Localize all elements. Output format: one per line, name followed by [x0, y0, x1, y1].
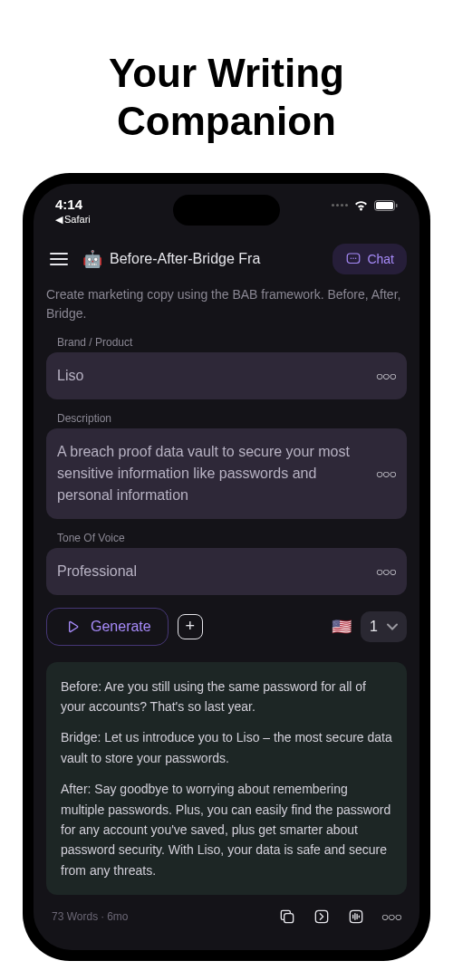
count-selector[interactable]: 1	[361, 611, 407, 642]
chat-button[interactable]: Chat	[333, 244, 407, 274]
chat-icon	[345, 251, 361, 267]
app-title-text: Before-After-Bridge Fra	[110, 251, 260, 267]
svg-point-5	[353, 257, 355, 259]
status-right	[332, 200, 398, 211]
description-label: Description	[46, 412, 407, 425]
play-icon	[63, 618, 82, 636]
svg-rect-8	[315, 910, 327, 922]
phone-notch	[173, 195, 280, 226]
output-card: Before: Are you still using the same pas…	[46, 662, 407, 896]
phone-frame: 4:14 ◀ Safari	[23, 173, 430, 961]
output-after: After: Say goodbye to worrying about rem…	[61, 779, 392, 880]
share-button[interactable]	[313, 908, 331, 926]
phone-screen: 4:14 ◀ Safari	[34, 184, 419, 950]
chat-button-label: Chat	[367, 252, 394, 266]
audio-button[interactable]	[347, 908, 365, 926]
svg-rect-7	[284, 914, 293, 923]
output-before: Before: Are you still using the same pas…	[61, 677, 392, 717]
tone-input[interactable]: Professional ○○○	[46, 548, 407, 595]
chevron-down-icon	[387, 623, 398, 630]
generate-button[interactable]: Generate	[46, 608, 169, 646]
svg-rect-1	[376, 202, 393, 209]
count-value: 1	[370, 619, 378, 635]
copy-button[interactable]	[278, 908, 296, 926]
content-area: Create marketing copy using the BAB fram…	[34, 285, 419, 927]
tone-label: Tone Of Voice	[46, 532, 407, 544]
action-row: Generate + 🇺🇸 1	[46, 608, 407, 646]
back-to-safari[interactable]: ◀ Safari	[55, 214, 91, 226]
plus-icon: +	[185, 617, 195, 636]
svg-point-6	[355, 257, 357, 259]
svg-rect-2	[396, 204, 398, 207]
battery-icon	[374, 200, 398, 211]
tone-value: Professional	[57, 561, 376, 582]
wifi-icon	[353, 200, 369, 211]
brand-input[interactable]: Liso ○○○	[46, 352, 407, 399]
page-headline: Your Writing Companion	[0, 0, 453, 173]
menu-button[interactable]	[46, 249, 72, 269]
description-more-icon[interactable]: ○○○	[376, 466, 396, 481]
output-footer: 73 Words · 6mo ○○○	[46, 895, 407, 926]
signal-dots-icon	[332, 204, 348, 207]
status-left: 4:14 ◀ Safari	[55, 197, 91, 226]
status-time: 4:14	[55, 197, 91, 212]
app-title: 🤖 Before-After-Bridge Fra	[82, 249, 322, 269]
brand-more-icon[interactable]: ○○○	[376, 369, 396, 383]
generate-label: Generate	[91, 619, 151, 635]
output-bridge: Bridge: Let us introduce you to Liso – t…	[61, 727, 392, 768]
svg-rect-9	[350, 910, 361, 922]
svg-point-4	[351, 257, 352, 259]
output-actions: ○○○	[278, 908, 401, 926]
intro-text: Create marketing copy using the BAB fram…	[46, 285, 407, 323]
description-input[interactable]: A breach proof data vault to secure your…	[46, 428, 407, 519]
brand-value: Liso	[57, 365, 376, 387]
description-value: A breach proof data vault to secure your…	[57, 441, 376, 506]
tone-more-icon[interactable]: ○○○	[376, 564, 396, 579]
output-meta: 73 Words · 6mo	[52, 910, 128, 923]
robot-icon: 🤖	[82, 249, 102, 269]
language-flag-icon[interactable]: 🇺🇸	[332, 617, 352, 637]
output-more-button[interactable]: ○○○	[381, 909, 401, 924]
add-button[interactable]: +	[178, 614, 203, 639]
brand-label: Brand / Product	[46, 336, 407, 349]
app-header: 🤖 Before-After-Bridge Fra Chat	[34, 229, 419, 285]
back-caret-icon: ◀	[55, 214, 63, 226]
back-label: Safari	[64, 214, 91, 225]
